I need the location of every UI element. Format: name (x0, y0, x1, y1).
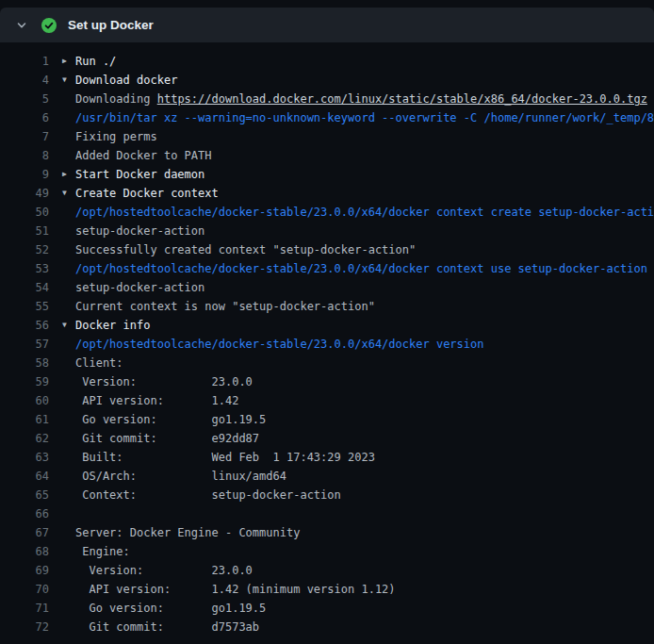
arrow-spacer (62, 240, 75, 259)
log-line: 58Client: (0, 354, 654, 372)
log-segment-command: /opt/hostedtoolcache/docker-stable/23.0.… (75, 262, 647, 275)
arrow-spacer (62, 90, 75, 108)
arrow-spacer (62, 222, 75, 240)
log-segment-command: /opt/hostedtoolcache/docker-stable/23.0.… (75, 338, 483, 351)
step-header[interactable]: Set up Docker (0, 8, 654, 42)
line-number[interactable]: 67 (0, 523, 49, 542)
log-text: Run ./ (75, 52, 654, 71)
line-number[interactable]: 65 (0, 486, 49, 504)
line-number[interactable]: 63 (0, 448, 49, 467)
log-segment-plain: Engine: (75, 545, 130, 558)
log-segment-group: Create Docker context (75, 187, 219, 200)
arrow-spacer (62, 108, 75, 127)
log-text: OS/Arch: linux/amd64 (75, 467, 654, 486)
chevron-expanded-icon[interactable]: ▼ (62, 184, 75, 203)
log-text: setup-docker-action (75, 278, 654, 297)
log-text: Download docker (75, 71, 654, 90)
log-line: 7Fixing perms (0, 127, 654, 146)
line-number[interactable]: 70 (0, 580, 49, 599)
log-text: Added Docker to PATH (75, 146, 654, 165)
log-segment-plain: Current context is now "setup-docker-act… (75, 300, 375, 313)
line-number[interactable]: 66 (0, 504, 49, 523)
log-text (75, 504, 654, 523)
log-segment-plain: Fixing perms (75, 130, 157, 143)
arrow-spacer (62, 259, 75, 278)
log-segment-plain: Built: Wed Feb 1 17:43:29 2023 (75, 451, 375, 464)
chevron-down-icon[interactable] (15, 19, 28, 32)
log-group-line[interactable]: 56▼Docker info (0, 316, 654, 335)
log-segment-group: Docker info (75, 319, 150, 332)
log-segment-group: Download docker (75, 74, 177, 87)
success-check-icon (41, 18, 57, 33)
log-line: 65 Context: setup-docker-action (0, 486, 654, 504)
arrow-spacer (62, 203, 75, 222)
line-number[interactable]: 69 (0, 561, 49, 580)
log-text: API version: 1.42 (minimum version 1.12) (75, 580, 654, 599)
log-line: 64 OS/Arch: linux/amd64 (0, 467, 654, 486)
arrow-spacer (62, 372, 75, 391)
line-number[interactable]: 50 (0, 203, 49, 222)
line-number[interactable]: 53 (0, 259, 49, 278)
log-segment-plain: Version: 23.0.0 (75, 564, 253, 577)
line-number[interactable]: 1 (0, 52, 49, 71)
line-number[interactable]: 58 (0, 354, 49, 372)
line-number[interactable]: 51 (0, 222, 49, 240)
log-text: Go version: go1.19.5 (75, 410, 654, 429)
line-number[interactable]: 7 (0, 127, 49, 146)
log-group-line[interactable]: 9▶Start Docker daemon (0, 165, 654, 184)
log-group-line[interactable]: 49▼Create Docker context (0, 184, 654, 203)
log-line: 57/opt/hostedtoolcache/docker-stable/23.… (0, 335, 654, 354)
line-number[interactable]: 54 (0, 278, 49, 297)
log-text: Version: 23.0.0 (75, 372, 654, 391)
arrow-spacer (62, 391, 75, 410)
log-group-line[interactable]: 1▶Run ./ (0, 52, 654, 71)
line-number[interactable]: 52 (0, 240, 49, 259)
log-text: Version: 23.0.0 (75, 561, 654, 580)
chevron-expanded-icon[interactable]: ▼ (62, 71, 75, 90)
line-number[interactable]: 8 (0, 146, 49, 165)
log-line: 5Downloading https://download.docker.com… (0, 90, 654, 108)
line-number[interactable]: 59 (0, 372, 49, 391)
chevron-collapsed-icon[interactable]: ▶ (62, 165, 75, 184)
chevron-collapsed-icon[interactable]: ▶ (62, 52, 75, 71)
log-line: 66 (0, 504, 654, 523)
line-number[interactable]: 71 (0, 599, 49, 618)
arrow-spacer (62, 127, 75, 146)
line-number[interactable]: 55 (0, 297, 49, 316)
log-segment-plain: Git commit: d7573ab (75, 620, 259, 634)
log-segment-plain: OS/Arch: linux/amd64 (75, 470, 286, 483)
log-text: Successfully created context "setup-dock… (75, 240, 654, 259)
line-number[interactable]: 49 (0, 184, 49, 203)
log-segment-plain: Client: (75, 356, 123, 370)
line-number[interactable]: 9 (0, 165, 49, 184)
log-group-line[interactable]: 4▼Download docker (0, 71, 654, 90)
log-segment-plain: Context: setup-docker-action (75, 488, 341, 502)
line-number[interactable]: 72 (0, 618, 49, 636)
log-segment-plain: Git commit: e92dd87 (75, 432, 259, 445)
line-number[interactable]: 68 (0, 542, 49, 561)
log-text: Docker info (75, 316, 654, 335)
arrow-spacer (62, 297, 75, 316)
line-number[interactable]: 4 (0, 71, 49, 90)
line-number[interactable]: 6 (0, 108, 49, 127)
log-link[interactable]: https://download.docker.com/linux/static… (157, 92, 647, 106)
log-text: Git commit: d7573ab (75, 618, 654, 636)
line-number[interactable]: 61 (0, 410, 49, 429)
log-segment-plain: API version: 1.42 (75, 394, 238, 407)
log-text: Git commit: e92dd87 (75, 429, 654, 448)
log-text: /opt/hostedtoolcache/docker-stable/23.0.… (75, 259, 654, 278)
log-segment-plain: Downloading (75, 92, 157, 106)
line-number[interactable]: 56 (0, 316, 49, 335)
line-number[interactable]: 62 (0, 429, 49, 448)
log-text: Server: Docker Engine - Community (75, 523, 654, 542)
chevron-expanded-icon[interactable]: ▼ (62, 316, 75, 335)
log-line: 50/opt/hostedtoolcache/docker-stable/23.… (0, 203, 654, 222)
log-line: 52Successfully created context "setup-do… (0, 240, 654, 259)
line-number[interactable]: 5 (0, 90, 49, 108)
line-number[interactable]: 57 (0, 335, 49, 354)
arrow-spacer (62, 354, 75, 372)
arrow-spacer (62, 146, 75, 165)
line-number[interactable]: 64 (0, 467, 49, 486)
log-segment-group: Start Docker daemon (75, 168, 204, 181)
line-number[interactable]: 60 (0, 391, 49, 410)
